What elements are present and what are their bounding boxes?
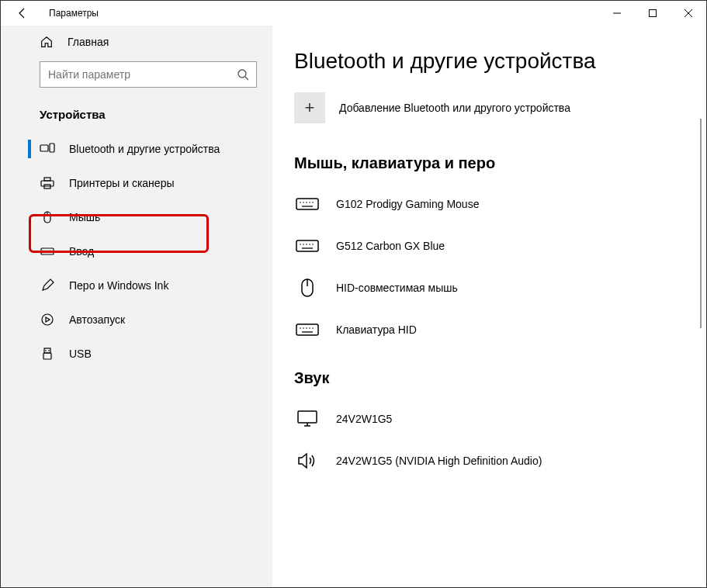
svg-point-27 (306, 202, 307, 203)
section-input-devices: Мышь, клавиатура и перо G102 Prodigy Gam… (294, 154, 683, 351)
add-device-label: Добавление Bluetooth или другого устройс… (339, 102, 570, 114)
keyboard-icon (294, 236, 321, 256)
svg-point-16 (47, 250, 48, 251)
sidebar-item-usb[interactable]: USB (1, 337, 272, 371)
mouse-icon (40, 209, 55, 225)
svg-rect-47 (298, 411, 317, 423)
usb-icon (40, 346, 55, 361)
sidebar-item-typing[interactable]: Ввод (1, 234, 272, 268)
back-icon (16, 7, 29, 19)
scrollbar-track[interactable] (700, 119, 702, 328)
sidebar-item-label: Принтеры и сканеры (69, 177, 174, 189)
svg-point-17 (50, 250, 50, 251)
section-heading: Мышь, клавиатура и перо (294, 154, 683, 172)
sidebar-item-mouse[interactable]: Мышь (1, 200, 272, 234)
svg-rect-21 (43, 353, 51, 359)
svg-point-33 (303, 244, 304, 245)
device-label: Клавиатура HID (336, 323, 417, 336)
svg-rect-9 (44, 178, 50, 181)
printer-icon (40, 175, 55, 191)
add-device-row[interactable]: + Добавление Bluetooth или другого устро… (294, 92, 683, 123)
svg-point-15 (45, 250, 46, 251)
device-row[interactable]: 24V2W1G5 (294, 398, 683, 440)
svg-rect-1 (650, 10, 657, 17)
svg-point-41 (300, 327, 301, 329)
window-body: Главная Устройства Bluetooth и другие ус… (1, 26, 706, 587)
devices-icon (40, 141, 55, 157)
window-controls (599, 1, 706, 26)
svg-rect-6 (40, 145, 48, 151)
mouse-icon (294, 278, 321, 298)
pen-icon (40, 278, 55, 293)
add-device-button[interactable]: + (294, 92, 325, 123)
content-area: Bluetooth и другие устройства + Добавлен… (272, 26, 706, 587)
sidebar-item-label: USB (69, 348, 92, 360)
svg-point-35 (309, 244, 310, 245)
device-label: G102 Prodigy Gaming Mouse (336, 198, 479, 210)
close-icon (684, 9, 693, 18)
svg-point-34 (306, 244, 307, 245)
svg-point-26 (303, 202, 304, 203)
sidebar-item-label: Автозапуск (69, 313, 125, 326)
device-label: 24V2W1G5 (336, 413, 392, 425)
sidebar-item-label: Ввод (69, 245, 94, 258)
autoplay-icon (40, 312, 55, 327)
device-row[interactable]: HID-совместимая мышь (294, 267, 683, 309)
device-row[interactable]: G102 Prodigy Gaming Mouse (294, 183, 683, 225)
device-label: HID-совместимая мышь (336, 282, 458, 294)
svg-line-5 (245, 77, 248, 80)
monitor-icon (294, 409, 321, 429)
svg-rect-20 (44, 348, 50, 353)
sidebar-item-pen[interactable]: Перо и Windows Ink (1, 268, 272, 303)
section-audio-devices: Звук 24V2W1G5 24V2W1G5 (NVIDIA High Defi… (294, 369, 683, 482)
device-row[interactable]: 24V2W1G5 (NVIDIA High Definition Audio) (294, 440, 683, 482)
svg-point-25 (300, 202, 301, 203)
sidebar-category: Устройства (1, 97, 272, 132)
device-row[interactable]: Клавиатура HID (294, 309, 683, 351)
page-title: Bluetooth и другие устройства (294, 49, 683, 74)
home-icon (40, 35, 54, 49)
svg-point-36 (312, 244, 314, 245)
minimize-button[interactable] (599, 1, 635, 26)
sidebar-item-bluetooth[interactable]: Bluetooth и другие устройства (1, 132, 272, 166)
svg-point-29 (312, 202, 314, 203)
svg-rect-7 (50, 144, 54, 152)
svg-rect-40 (296, 324, 318, 335)
settings-window: Параметры Главная У (0, 0, 707, 588)
sidebar-item-printers[interactable]: Принтеры и сканеры (1, 166, 272, 200)
svg-rect-24 (296, 199, 318, 209)
sidebar-item-label: Мышь (69, 211, 100, 223)
speaker-icon (294, 451, 321, 471)
keyboard-icon (294, 320, 321, 340)
keyboard-icon (40, 244, 55, 259)
svg-point-4 (238, 70, 246, 78)
svg-rect-31 (296, 240, 318, 251)
sidebar: Главная Устройства Bluetooth и другие ус… (1, 26, 272, 587)
svg-rect-8 (41, 181, 54, 186)
svg-point-44 (309, 327, 310, 329)
search-wrap (40, 61, 257, 88)
svg-point-43 (306, 327, 307, 329)
maximize-icon (648, 9, 657, 18)
svg-point-19 (42, 314, 53, 325)
sidebar-item-autoplay[interactable]: Автозапуск (1, 303, 272, 337)
device-label: 24V2W1G5 (NVIDIA High Definition Audio) (336, 455, 542, 467)
svg-point-14 (43, 250, 43, 251)
device-label: G512 Carbon GX Blue (336, 240, 445, 252)
search-icon (237, 68, 249, 81)
svg-rect-13 (41, 248, 54, 254)
back-button[interactable] (10, 1, 35, 26)
plus-icon: + (305, 98, 315, 118)
titlebar: Параметры (1, 1, 706, 26)
maximize-button[interactable] (635, 1, 671, 26)
svg-point-32 (300, 244, 301, 245)
search-input[interactable] (40, 61, 257, 88)
sidebar-item-label: Перо и Windows Ink (69, 279, 168, 292)
sidebar-item-label: Bluetooth и другие устройства (69, 143, 220, 155)
close-button[interactable] (671, 1, 706, 26)
device-row[interactable]: G512 Carbon GX Blue (294, 225, 683, 267)
minimize-icon (612, 9, 622, 18)
sidebar-home[interactable]: Главная (1, 26, 272, 55)
svg-point-45 (312, 327, 314, 329)
sidebar-home-label: Главная (68, 36, 109, 48)
